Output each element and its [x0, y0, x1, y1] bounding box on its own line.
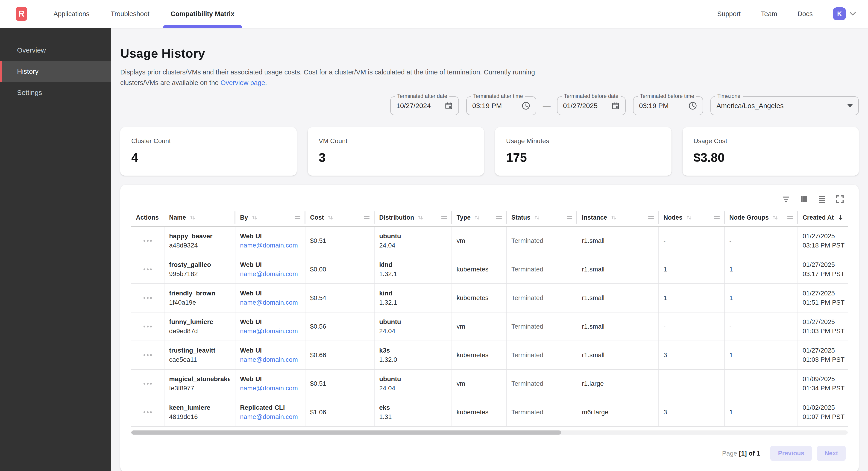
clock-icon[interactable]	[522, 101, 530, 110]
column-menu-icon[interactable]	[441, 215, 447, 220]
by-cell: Web UI name@domain.com	[236, 370, 306, 398]
by-cell: Web UI name@domain.com	[236, 227, 306, 255]
created-by-email-link[interactable]: name@domain.com	[240, 385, 300, 392]
created-at-cell: 01/27/2025 03:17 PM PST	[798, 255, 859, 284]
created-by-email-link[interactable]: name@domain.com	[240, 242, 300, 249]
scrollbar-thumb[interactable]	[131, 431, 561, 435]
terminated-after-date-field[interactable]: Terminated after date 10/27/2024	[390, 96, 459, 115]
created-by-email-link[interactable]: name@domain.com	[240, 327, 300, 335]
previous-page-button[interactable]: Previous	[770, 446, 812, 461]
stat-card-cluster-count: Cluster Count 4	[120, 127, 297, 176]
distribution-cell: ubuntu 24.04	[375, 313, 452, 341]
terminated-before-date-field[interactable]: Terminated before date 01/27/2025	[557, 96, 626, 115]
field-value[interactable]: 03:19 PM	[472, 102, 502, 110]
tab-compatibility-matrix[interactable]: Compatibility Matrix	[160, 0, 245, 28]
horizontal-scrollbar[interactable]	[131, 431, 848, 435]
terminated-after-time-field[interactable]: Terminated after time 03:19 PM	[466, 96, 536, 115]
row-actions-menu-icon[interactable]	[142, 381, 154, 386]
field-label: Terminated after time	[471, 93, 525, 99]
sort-icon[interactable]	[189, 214, 196, 221]
cluster-id: 995b7182	[169, 270, 230, 278]
column-header-node-groups[interactable]: Node Groups	[725, 209, 798, 226]
fullscreen-icon[interactable]	[835, 194, 845, 204]
column-header-by[interactable]: By	[236, 209, 306, 226]
column-menu-icon[interactable]	[787, 215, 793, 220]
node-groups-cell: 1	[725, 255, 798, 284]
chevron-down-icon[interactable]	[849, 12, 856, 16]
overview-page-link[interactable]: Overview page	[220, 79, 265, 86]
sidebar-item-overview[interactable]: Overview	[0, 40, 111, 61]
tab-troubleshoot[interactable]: Troubleshoot	[100, 0, 160, 28]
column-header-name[interactable]: Name	[164, 209, 236, 226]
calendar-icon[interactable]	[611, 101, 620, 110]
row-actions-menu-icon[interactable]	[142, 295, 154, 301]
cost-value: $0.56	[310, 323, 370, 330]
tab-applications[interactable]: Applications	[43, 0, 100, 28]
field-value[interactable]: 10/27/2024	[396, 102, 431, 110]
created-by-email-link[interactable]: name@domain.com	[240, 356, 300, 363]
columns-icon[interactable]	[799, 194, 809, 204]
column-header-status[interactable]: Status	[507, 209, 577, 226]
sort-desc-icon[interactable]	[837, 214, 844, 221]
sort-icon[interactable]	[417, 214, 424, 221]
nav-link-support[interactable]: Support	[717, 10, 741, 18]
column-menu-icon[interactable]	[714, 215, 720, 220]
type-value: vm	[457, 380, 502, 387]
sidebar-item-settings[interactable]: Settings	[0, 82, 111, 103]
column-header-created-at[interactable]: Created At	[798, 209, 859, 226]
column-header-cost[interactable]: Cost	[306, 209, 375, 226]
column-menu-icon[interactable]	[496, 215, 502, 220]
column-header-instance[interactable]: Instance	[577, 209, 659, 226]
density-icon[interactable]	[817, 194, 827, 204]
nodes-value: 3	[663, 409, 720, 416]
created-by-email-link[interactable]: name@domain.com	[240, 299, 300, 306]
created-date: 01/27/2025	[803, 233, 855, 240]
column-header-nodes[interactable]: Nodes	[659, 209, 725, 226]
row-actions-menu-icon[interactable]	[142, 324, 154, 329]
field-value[interactable]: 01/27/2025	[563, 102, 597, 110]
nav-link-team[interactable]: Team	[761, 10, 777, 18]
column-menu-icon[interactable]	[648, 215, 654, 220]
created-by-email-link[interactable]: name@domain.com	[240, 413, 300, 420]
account-menu[interactable]: K	[833, 7, 856, 20]
column-header-type[interactable]: Type	[452, 209, 507, 226]
sort-icon[interactable]	[686, 214, 692, 221]
column-menu-icon[interactable]	[294, 215, 301, 220]
created-time: 01:03 PM PST	[803, 356, 855, 363]
row-actions-menu-icon[interactable]	[142, 238, 154, 243]
sort-icon[interactable]	[327, 214, 334, 221]
nav-right: Support Team Docs K	[717, 0, 868, 28]
sort-icon[interactable]	[534, 214, 540, 221]
field-value[interactable]: 03:19 PM	[639, 102, 669, 110]
row-actions-cell	[131, 398, 164, 426]
terminated-before-time-field[interactable]: Terminated before time 03:19 PM	[633, 96, 703, 115]
column-menu-icon[interactable]	[364, 215, 370, 220]
filter-icon[interactable]	[781, 194, 791, 204]
created-by-email-link[interactable]: name@domain.com	[240, 270, 300, 278]
replicated-logo[interactable]: R	[16, 7, 27, 21]
column-menu-icon[interactable]	[566, 215, 573, 220]
sort-icon[interactable]	[611, 214, 617, 221]
sidebar-item-history[interactable]: History	[0, 61, 111, 82]
clock-icon[interactable]	[688, 101, 697, 110]
sort-icon[interactable]	[251, 214, 258, 221]
timezone-select[interactable]: Timezone America/Los_Angeles	[710, 96, 859, 115]
row-actions-menu-icon[interactable]	[142, 410, 154, 415]
row-actions-cell	[131, 284, 164, 312]
row-actions-menu-icon[interactable]	[142, 352, 154, 358]
avatar[interactable]: K	[833, 7, 846, 20]
sort-icon[interactable]	[772, 214, 778, 221]
field-value[interactable]: America/Los_Angeles	[716, 102, 784, 110]
created-by-source: Web UI	[240, 233, 300, 240]
dropdown-arrow-icon[interactable]	[847, 104, 853, 107]
nav-link-docs[interactable]: Docs	[798, 10, 813, 18]
column-label: Distribution	[379, 214, 414, 221]
column-label: Name	[169, 214, 186, 221]
sort-icon[interactable]	[474, 214, 480, 221]
instance-value: m6i.large	[582, 409, 654, 416]
created-date: 01/27/2025	[803, 290, 855, 297]
next-page-button[interactable]: Next	[817, 446, 846, 461]
column-header-distribution[interactable]: Distribution	[375, 209, 452, 226]
row-actions-menu-icon[interactable]	[142, 267, 154, 272]
calendar-icon[interactable]	[444, 101, 453, 110]
